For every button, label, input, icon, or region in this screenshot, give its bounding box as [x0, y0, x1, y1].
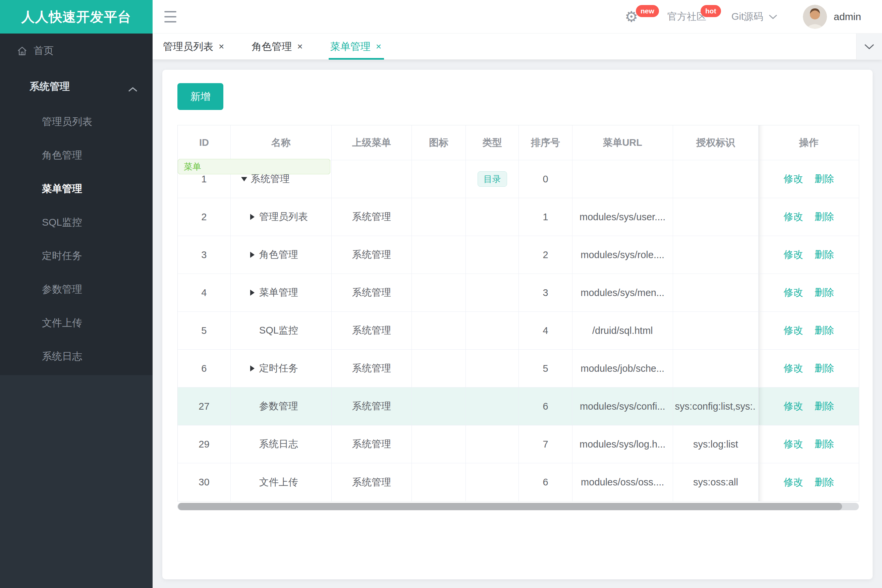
- cell-parent-menu: 系统管理: [332, 236, 412, 273]
- user-menu[interactable]: admin: [834, 0, 861, 33]
- delete-link[interactable]: 删除: [814, 324, 834, 337]
- edit-link[interactable]: 修改: [784, 476, 803, 489]
- edit-link[interactable]: 修改: [784, 324, 803, 337]
- cell-permission: [673, 236, 759, 273]
- cell-parent-menu: 系统管理: [332, 463, 412, 501]
- tab-菜单管理[interactable]: 菜单管理×: [331, 33, 381, 60]
- cell-parent-menu: 系统管理: [332, 312, 412, 350]
- delete-link[interactable]: 删除: [814, 286, 834, 299]
- delete-link[interactable]: 删除: [814, 210, 834, 224]
- menu-name-text: SQL监控: [259, 324, 298, 337]
- delete-link[interactable]: 删除: [814, 400, 834, 413]
- menu-name-text: 系统管理: [251, 172, 290, 186]
- edit-link[interactable]: 修改: [784, 172, 803, 186]
- horizontal-scrollbar[interactable]: [177, 503, 859, 510]
- close-icon[interactable]: ×: [376, 41, 381, 52]
- tree-expand-icon[interactable]: [240, 175, 248, 183]
- menu-name-text: 系统日志: [259, 438, 298, 451]
- menu-name-text: 管理员列表: [259, 210, 308, 224]
- edit-link[interactable]: 修改: [784, 286, 803, 299]
- tree-expand-icon[interactable]: [248, 250, 257, 259]
- cell-type: 菜单: [466, 425, 519, 463]
- delete-link[interactable]: 删除: [814, 362, 834, 375]
- tree-expand-icon: [248, 478, 257, 487]
- edit-link[interactable]: 修改: [784, 248, 803, 261]
- cell-type: 目录: [466, 160, 519, 198]
- cell-permission: sys:oss:all: [673, 463, 759, 501]
- sidebar-item-管理员列表[interactable]: 管理员列表: [0, 105, 153, 138]
- cell-url: modules/oss/oss....: [572, 463, 673, 501]
- sidebar-item-label: 定时任务: [42, 249, 82, 263]
- chevron-up-icon[interactable]: [128, 84, 138, 95]
- app-logo[interactable]: 人人快速开发平台: [0, 0, 153, 33]
- close-icon[interactable]: ×: [297, 41, 302, 52]
- top-header: ⚙ new 官方社区 hot Git源码 admin: [153, 0, 882, 33]
- edit-link[interactable]: 修改: [784, 210, 803, 224]
- cell-name: 文件上传: [231, 463, 332, 501]
- tree-expand-icon[interactable]: [248, 288, 257, 297]
- sidebar-menu: 首页 系统管理 管理员列表角色管理菜单管理SQL监控定时任务参数管理文件上传系统…: [0, 33, 153, 375]
- cell-url: modules/sys/user....: [572, 198, 673, 236]
- cell-actions: 修改删除: [759, 236, 859, 273]
- add-button[interactable]: 新增: [177, 83, 223, 110]
- triangle-right-icon: [250, 365, 254, 372]
- menu-toggle-icon[interactable]: [164, 11, 176, 22]
- sidebar-item-参数管理[interactable]: 参数管理: [0, 273, 153, 306]
- edit-link[interactable]: 修改: [784, 438, 803, 451]
- sidebar-item-SQL监控[interactable]: SQL监控: [0, 206, 153, 239]
- horizontal-scrollbar-thumb[interactable]: [178, 503, 842, 510]
- menu-name-text: 定时任务: [259, 362, 298, 375]
- tab-管理员列表[interactable]: 管理员列表×: [163, 33, 224, 60]
- git-source-link[interactable]: Git源码: [732, 0, 763, 33]
- close-icon[interactable]: ×: [219, 41, 224, 52]
- cell-url: /druid/sql.html: [572, 312, 673, 350]
- chevron-down-icon[interactable]: [768, 0, 778, 33]
- community-link[interactable]: 官方社区: [667, 0, 706, 33]
- column-header-上级菜单: 上级菜单: [332, 125, 412, 160]
- cell-id: 27: [178, 387, 231, 425]
- cell-name: 系统日志: [231, 425, 332, 463]
- settings-button[interactable]: ⚙: [625, 0, 638, 33]
- table-row: 27参数管理系统管理菜单6modules/sys/confi...sys:con…: [178, 387, 859, 425]
- action-links: 修改删除: [784, 324, 834, 337]
- edit-link[interactable]: 修改: [784, 400, 803, 413]
- tab-label: 角色管理: [251, 40, 292, 54]
- cell-url: modules/sys/men...: [572, 274, 673, 311]
- triangle-down-icon: [241, 177, 247, 182]
- avatar[interactable]: [803, 5, 827, 29]
- sidebar-item-文件上传[interactable]: 文件上传: [0, 306, 153, 340]
- sidebar-group-system[interactable]: 系统管理: [0, 68, 153, 105]
- action-links: 修改删除: [784, 286, 834, 299]
- type-badge: 目录: [478, 171, 507, 187]
- cell-icon: [412, 312, 466, 350]
- tree-expand-icon[interactable]: [248, 364, 257, 373]
- table-row: 3角色管理系统管理菜单2modules/sys/role....修改删除: [178, 236, 859, 274]
- delete-link[interactable]: 删除: [814, 476, 834, 489]
- cell-permission: [673, 274, 759, 311]
- cell-type: 菜单: [466, 198, 519, 236]
- table-row: 5SQL监控系统管理菜单4/druid/sql.html修改删除: [178, 312, 859, 350]
- tree-expand-icon[interactable]: [248, 213, 257, 221]
- cell-type: 菜单: [466, 312, 519, 350]
- new-badge: new: [636, 5, 659, 17]
- cell-parent-menu: 系统管理: [332, 387, 412, 425]
- sidebar-item-系统日志[interactable]: 系统日志: [0, 340, 153, 373]
- cell-type: 菜单: [466, 463, 519, 501]
- delete-link[interactable]: 删除: [814, 172, 834, 186]
- tab-overflow-button[interactable]: [856, 33, 882, 60]
- sidebar-item-home[interactable]: 首页: [0, 33, 153, 68]
- cell-order: 5: [519, 350, 572, 387]
- tab-角色管理[interactable]: 角色管理×: [251, 33, 302, 60]
- tree-expand-icon: [248, 440, 257, 448]
- sidebar-item-菜单管理[interactable]: 菜单管理: [0, 172, 153, 206]
- app-root: 人人快速开发平台 首页 系统管理 管理员列表角色管理菜单管理SQL监控定时任务参…: [0, 0, 882, 588]
- column-header-菜单URL: 菜单URL: [572, 125, 673, 160]
- cell-id: 6: [178, 350, 231, 387]
- sidebar-item-角色管理[interactable]: 角色管理: [0, 138, 153, 172]
- table-row: 29系统日志系统管理菜单7modules/sys/log.h...sys:log…: [178, 425, 859, 463]
- delete-link[interactable]: 删除: [814, 438, 834, 451]
- sidebar-item-定时任务[interactable]: 定时任务: [0, 239, 153, 273]
- edit-link[interactable]: 修改: [784, 362, 803, 375]
- cell-order: 4: [519, 312, 572, 350]
- delete-link[interactable]: 删除: [814, 248, 834, 261]
